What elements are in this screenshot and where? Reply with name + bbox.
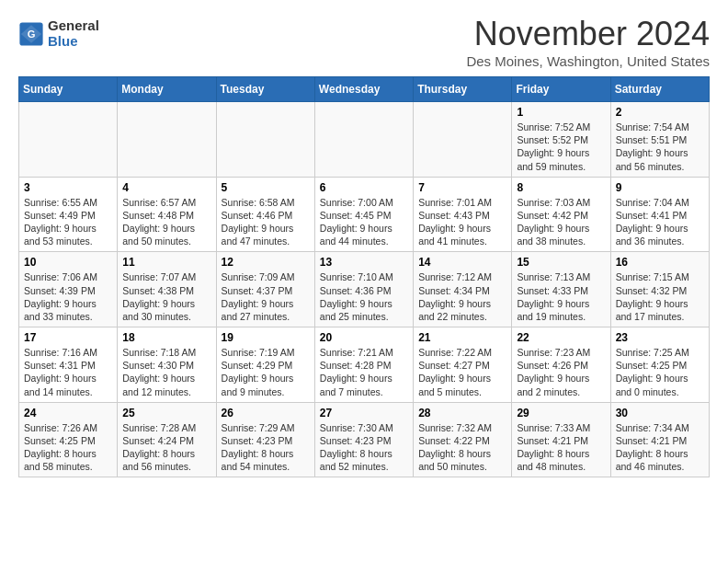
calendar-cell: 10Sunrise: 7:06 AM Sunset: 4:39 PM Dayli… (19, 252, 118, 327)
calendar-cell: 14Sunrise: 7:12 AM Sunset: 4:34 PM Dayli… (414, 252, 512, 327)
day-info: Sunrise: 7:03 AM Sunset: 4:42 PM Dayligh… (517, 196, 605, 248)
day-number: 7 (418, 181, 506, 194)
day-info: Sunrise: 7:04 AM Sunset: 4:41 PM Dayligh… (616, 196, 704, 248)
calendar-cell: 30Sunrise: 7:34 AM Sunset: 4:21 PM Dayli… (610, 402, 709, 477)
calendar-cell: 17Sunrise: 7:16 AM Sunset: 4:31 PM Dayli… (19, 327, 118, 403)
day-number: 11 (122, 256, 210, 269)
day-number: 19 (222, 331, 310, 344)
col-header-saturday: Saturday (610, 77, 709, 102)
day-number: 10 (24, 256, 112, 269)
calendar-cell: 22Sunrise: 7:23 AM Sunset: 4:26 PM Dayli… (512, 327, 610, 403)
day-info: Sunrise: 6:55 AM Sunset: 4:49 PM Dayligh… (24, 196, 112, 248)
calendar-cell: 1Sunrise: 7:52 AM Sunset: 5:52 PM Daylig… (512, 102, 610, 178)
logo-line1: General (48, 18, 99, 34)
calendar-cell: 12Sunrise: 7:09 AM Sunset: 4:37 PM Dayli… (216, 252, 314, 327)
calendar-cell: 25Sunrise: 7:28 AM Sunset: 4:24 PM Dayli… (118, 402, 216, 477)
day-number: 24 (24, 407, 112, 419)
calendar-cell: 15Sunrise: 7:13 AM Sunset: 4:33 PM Dayli… (512, 252, 610, 327)
calendar-cell: 9Sunrise: 7:04 AM Sunset: 4:41 PM Daylig… (610, 177, 709, 252)
col-header-sunday: Sunday (19, 77, 118, 102)
calendar-table: SundayMondayTuesdayWednesdayThursdayFrid… (18, 76, 710, 477)
day-info: Sunrise: 7:12 AM Sunset: 4:34 PM Dayligh… (418, 270, 506, 323)
calendar-cell (118, 102, 216, 178)
day-info: Sunrise: 7:10 AM Sunset: 4:36 PM Dayligh… (320, 270, 408, 323)
day-number: 25 (122, 407, 210, 419)
calendar-cell: 2Sunrise: 7:54 AM Sunset: 5:51 PM Daylig… (610, 102, 709, 178)
calendar-week-5: 24Sunrise: 7:26 AM Sunset: 4:25 PM Dayli… (19, 402, 710, 477)
calendar-cell: 21Sunrise: 7:22 AM Sunset: 4:27 PM Dayli… (414, 327, 512, 403)
day-info: Sunrise: 6:58 AM Sunset: 4:46 PM Dayligh… (222, 196, 310, 248)
day-info: Sunrise: 7:52 AM Sunset: 5:52 PM Dayligh… (517, 121, 605, 173)
day-info: Sunrise: 7:32 AM Sunset: 4:22 PM Dayligh… (418, 421, 506, 474)
calendar-cell: 6Sunrise: 7:00 AM Sunset: 4:45 PM Daylig… (314, 177, 413, 252)
day-number: 21 (418, 331, 506, 344)
day-number: 14 (418, 256, 506, 269)
day-info: Sunrise: 7:26 AM Sunset: 4:25 PM Dayligh… (24, 421, 112, 474)
day-number: 23 (616, 331, 704, 344)
calendar-cell: 5Sunrise: 6:58 AM Sunset: 4:46 PM Daylig… (216, 177, 314, 252)
logo-line2: Blue (48, 34, 99, 50)
day-info: Sunrise: 7:25 AM Sunset: 4:25 PM Dayligh… (616, 346, 704, 398)
day-info: Sunrise: 7:30 AM Sunset: 4:23 PM Dayligh… (320, 421, 408, 474)
title-section: November 2024 Des Moines, Washington, Un… (466, 15, 710, 69)
day-number: 13 (320, 256, 408, 269)
calendar-cell: 11Sunrise: 7:07 AM Sunset: 4:38 PM Dayli… (118, 252, 216, 327)
day-info: Sunrise: 7:28 AM Sunset: 4:24 PM Dayligh… (122, 421, 210, 474)
calendar-cell: 16Sunrise: 7:15 AM Sunset: 4:32 PM Dayli… (610, 252, 709, 327)
calendar-cell: 29Sunrise: 7:33 AM Sunset: 4:21 PM Dayli… (512, 402, 610, 477)
day-info: Sunrise: 6:57 AM Sunset: 4:48 PM Dayligh… (122, 196, 210, 248)
day-info: Sunrise: 7:00 AM Sunset: 4:45 PM Dayligh… (320, 196, 408, 248)
calendar-cell (414, 102, 512, 178)
day-info: Sunrise: 7:06 AM Sunset: 4:39 PM Dayligh… (24, 270, 112, 323)
day-number: 20 (320, 331, 408, 344)
calendar-cell (216, 102, 314, 178)
day-info: Sunrise: 7:23 AM Sunset: 4:26 PM Dayligh… (517, 346, 605, 398)
calendar-cell (314, 102, 413, 178)
day-number: 12 (222, 256, 310, 269)
day-number: 26 (222, 407, 310, 419)
page-header: G General Blue November 2024 Des Moines,… (18, 15, 710, 69)
calendar-cell: 13Sunrise: 7:10 AM Sunset: 4:36 PM Dayli… (314, 252, 413, 327)
day-number: 5 (222, 181, 310, 194)
day-number: 1 (517, 106, 605, 119)
day-number: 17 (24, 331, 112, 344)
day-number: 9 (616, 181, 704, 194)
calendar-cell: 27Sunrise: 7:30 AM Sunset: 4:23 PM Dayli… (314, 402, 413, 477)
calendar-cell: 26Sunrise: 7:29 AM Sunset: 4:23 PM Dayli… (216, 402, 314, 477)
day-number: 28 (418, 407, 506, 419)
day-info: Sunrise: 7:07 AM Sunset: 4:38 PM Dayligh… (122, 270, 210, 323)
calendar-cell: 28Sunrise: 7:32 AM Sunset: 4:22 PM Dayli… (414, 402, 512, 477)
day-number: 3 (24, 181, 112, 194)
day-number: 15 (517, 256, 605, 269)
day-info: Sunrise: 7:09 AM Sunset: 4:37 PM Dayligh… (222, 270, 310, 323)
day-number: 22 (517, 331, 605, 344)
day-number: 30 (616, 407, 704, 419)
col-header-tuesday: Tuesday (216, 77, 314, 102)
day-info: Sunrise: 7:34 AM Sunset: 4:21 PM Dayligh… (616, 421, 704, 474)
calendar-cell (19, 102, 118, 178)
calendar-week-3: 10Sunrise: 7:06 AM Sunset: 4:39 PM Dayli… (19, 252, 710, 327)
day-info: Sunrise: 7:21 AM Sunset: 4:28 PM Dayligh… (320, 346, 408, 398)
logo: G General Blue (18, 18, 99, 49)
calendar-cell: 18Sunrise: 7:18 AM Sunset: 4:30 PM Dayli… (118, 327, 216, 403)
day-number: 27 (320, 407, 408, 419)
day-number: 18 (122, 331, 210, 344)
col-header-monday: Monday (118, 77, 216, 102)
day-number: 2 (616, 106, 704, 119)
day-info: Sunrise: 7:16 AM Sunset: 4:31 PM Dayligh… (24, 346, 112, 398)
col-header-wednesday: Wednesday (314, 77, 413, 102)
calendar-week-2: 3Sunrise: 6:55 AM Sunset: 4:49 PM Daylig… (19, 177, 710, 252)
day-info: Sunrise: 7:01 AM Sunset: 4:43 PM Dayligh… (418, 196, 506, 248)
calendar-week-4: 17Sunrise: 7:16 AM Sunset: 4:31 PM Dayli… (19, 327, 710, 403)
day-info: Sunrise: 7:13 AM Sunset: 4:33 PM Dayligh… (517, 270, 605, 323)
day-info: Sunrise: 7:15 AM Sunset: 4:32 PM Dayligh… (616, 270, 704, 323)
day-info: Sunrise: 7:29 AM Sunset: 4:23 PM Dayligh… (222, 421, 310, 474)
day-number: 8 (517, 181, 605, 194)
col-header-thursday: Thursday (414, 77, 512, 102)
calendar-cell: 19Sunrise: 7:19 AM Sunset: 4:29 PM Dayli… (216, 327, 314, 403)
svg-text:G: G (28, 29, 36, 40)
logo-text: General Blue (48, 18, 99, 49)
calendar-cell: 23Sunrise: 7:25 AM Sunset: 4:25 PM Dayli… (610, 327, 709, 403)
logo-icon: G (18, 21, 44, 47)
calendar-cell: 3Sunrise: 6:55 AM Sunset: 4:49 PM Daylig… (19, 177, 118, 252)
